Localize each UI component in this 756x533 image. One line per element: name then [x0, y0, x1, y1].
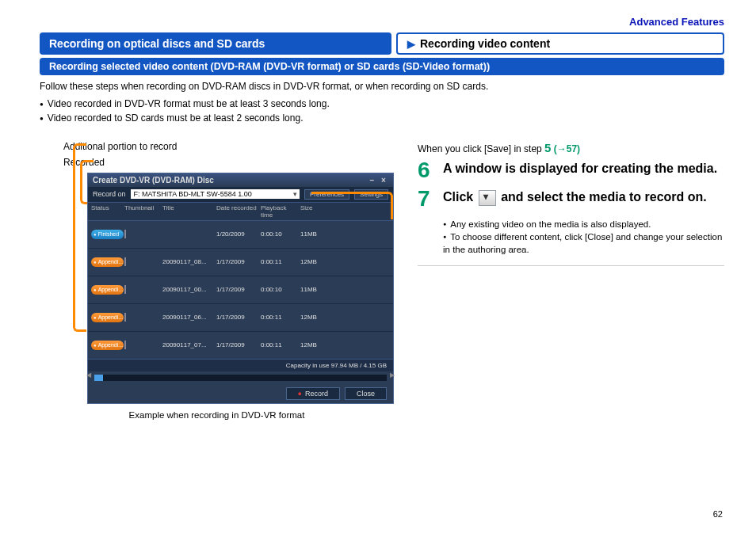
cell-title: 20090117_08...	[162, 258, 215, 265]
thumbnail	[124, 285, 126, 294]
legend-recorded: Recorded	[63, 157, 394, 168]
status-pill: Appendi...	[91, 257, 124, 267]
cell-play: 0:00:10	[261, 286, 299, 293]
page-cross-ref[interactable]: (→57)	[554, 143, 580, 154]
header-right: ▶ Recording video content	[396, 32, 724, 55]
cell-date: 1/17/2009	[216, 314, 259, 321]
prereq-bullets: Video recorded in DVD-VR format must be …	[40, 97, 724, 125]
status-pill: Finished	[91, 230, 124, 239]
table-row[interactable]: Appendi... 20090117_06... 1/17/2009 0:00…	[88, 303, 393, 331]
connector-line	[311, 192, 393, 219]
header-right-text: Recording video content	[420, 37, 550, 50]
col-date: Date recorded	[216, 204, 259, 219]
status-pill: Appendi...	[91, 313, 124, 322]
close-icon[interactable]: ×	[379, 176, 388, 185]
intro-text: Follow these steps when recording on DVD…	[40, 80, 724, 93]
step-number: 7	[418, 188, 435, 210]
bracket-additional	[73, 143, 86, 332]
thumbnail	[124, 313, 126, 322]
page-number: 62	[713, 509, 723, 519]
cell-title: 20090117_07...	[162, 341, 215, 348]
step7-notes: Any existing video on the media is also …	[443, 218, 724, 256]
record-on-label: Record on	[93, 190, 126, 198]
cell-size: 11MB	[300, 286, 335, 293]
minimize-icon[interactable]: –	[367, 176, 376, 185]
dialog-titlebar: Create DVD-VR (DVD-RAM) Disc – ×	[88, 173, 393, 187]
bullet-item: Video recorded in DVD-VR format must be …	[40, 97, 724, 111]
play-icon: ▶	[407, 38, 415, 50]
cell-play: 0:00:11	[261, 314, 299, 321]
divider	[418, 265, 724, 266]
cell-play: 0:00:11	[261, 341, 299, 348]
table-row[interactable]: Appendi... 20090117_00... 1/17/2009 0:00…	[88, 276, 393, 303]
cell-title: 20090117_00...	[162, 286, 215, 293]
note-item: To choose different content, click [Clos…	[443, 230, 724, 256]
cell-date: 1/17/2009	[216, 286, 259, 293]
record-button[interactable]: Record	[286, 387, 340, 400]
bullet-item: Video recorded to SD cards must be at le…	[40, 111, 724, 125]
dropdown-icon	[479, 190, 496, 206]
subheader: Recording selected video content (DVD-RA…	[40, 58, 724, 75]
cell-play: 0:00:10	[261, 230, 299, 238]
cell-size: 12MB	[300, 341, 335, 348]
col-status: Status	[91, 204, 123, 219]
capacity-text: Capacity in use 97.94 MB / 4.15 GB	[88, 359, 393, 371]
table-row[interactable]: Appendi... 20090117_07... 1/17/2009 0:00…	[88, 331, 393, 359]
table-row[interactable]: Finished 1/20/2009 0:00:10 11MB	[88, 221, 393, 248]
legend-additional: Additional portion to record	[63, 141, 394, 152]
cell-title: 20090117_06...	[162, 314, 215, 321]
drive-select[interactable]: F: MATSHITA BD-MLT SW-5584 1.00	[131, 189, 300, 199]
cell-date: 1/20/2009	[216, 230, 259, 238]
col-title: Title	[162, 204, 215, 219]
status-pill: Appendi...	[91, 285, 124, 295]
step-number: 6	[418, 159, 435, 181]
cell-size: 12MB	[300, 314, 335, 321]
step-7: 7 Click and select the media to record o…	[418, 189, 724, 210]
cell-size: 11MB	[300, 230, 335, 238]
col-play: Playback time	[261, 204, 299, 219]
section-link[interactable]: Advanced Features	[40, 16, 724, 28]
step-text: A window is displayed for creating the m…	[443, 161, 717, 181]
capacity-bar[interactable]	[94, 375, 387, 381]
thumbnail	[124, 341, 126, 349]
cell-date: 1/17/2009	[216, 258, 259, 265]
header-row: Recording on optical discs and SD cards …	[40, 32, 724, 55]
cell-size: 12MB	[300, 258, 335, 265]
thumbnail	[124, 257, 126, 266]
col-thumb: Thumbnail	[124, 204, 161, 219]
note-item: Any existing video on the media is also …	[443, 218, 724, 230]
close-button[interactable]: Close	[345, 387, 387, 400]
step-6: 6 A window is displayed for creating the…	[418, 161, 724, 181]
step-reference: When you click [Save] in step 5 (→57)	[418, 141, 724, 154]
step-text: Click and select the media to record on.	[443, 189, 707, 210]
dialog-title: Create DVD-VR (DVD-RAM) Disc	[93, 176, 214, 185]
header-left: Recording on optical discs and SD cards	[40, 32, 391, 55]
cell-play: 0:00:11	[261, 258, 299, 265]
cell-date: 1/17/2009	[216, 341, 259, 348]
figure-caption: Example when recording in DVD-VR format	[40, 410, 394, 420]
table-row[interactable]: Appendi... 20090117_08... 1/17/2009 0:00…	[88, 248, 393, 276]
thumbnail	[124, 230, 126, 238]
status-pill: Appendi...	[91, 341, 124, 350]
